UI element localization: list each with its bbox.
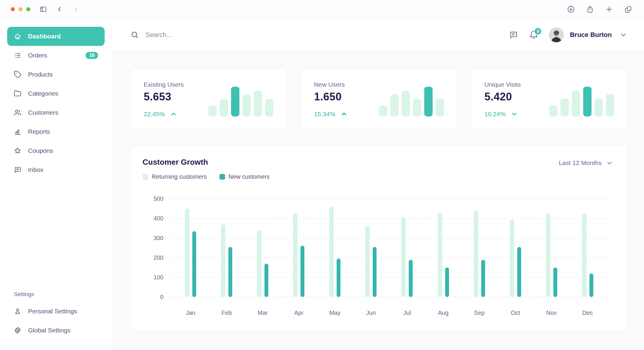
users-icon: [14, 109, 21, 116]
x-axis-label: Mar: [258, 309, 268, 316]
mini-bar: [242, 94, 251, 116]
sidebar-item-label: Dashboard: [28, 33, 61, 40]
sidebar-toggle-icon[interactable]: [38, 4, 48, 14]
notification-count-badge: 5: [534, 27, 542, 35]
x-axis-label: Feb: [222, 309, 232, 316]
legend-swatch-new: [219, 174, 225, 180]
notifications-bell-icon[interactable]: 5: [529, 30, 539, 40]
minimize-window-button[interactable]: [18, 7, 23, 11]
sidebar-item-label: Products: [28, 71, 53, 78]
user-menu-chevron-down-icon[interactable]: [620, 31, 627, 39]
chart-legend: Returning customers New customers: [143, 173, 613, 180]
stat-change: 22.45%: [144, 110, 184, 118]
bar-returning-customers: [582, 213, 586, 297]
stat-value: 5.653: [144, 91, 184, 103]
mini-bar-chart: [379, 87, 444, 116]
bar-returning-customers: [365, 226, 370, 297]
sidebar-item-inbox[interactable]: Inbox: [7, 160, 105, 179]
bar-returning-customers: [546, 213, 550, 297]
sidebar-item-label: Global Settings: [28, 327, 70, 334]
x-axis-label: May: [329, 309, 340, 316]
bar-new-customers: [589, 273, 593, 297]
period-selector-dropdown[interactable]: Last 12 Months: [559, 159, 613, 167]
settings-section: Settings Personal Settings Global Settin…: [7, 291, 105, 340]
sidebar-item-personal-settings[interactable]: Personal Settings: [7, 302, 105, 321]
message-icon: [14, 166, 21, 174]
bar-chart-icon: [14, 128, 21, 136]
bar-returning-customers: [438, 212, 442, 297]
share-icon[interactable]: [585, 4, 595, 14]
bar-new-customers: [228, 247, 232, 297]
month-group-jun: Jun: [365, 226, 377, 297]
mini-bar: [436, 99, 444, 116]
x-axis-label: Sep: [474, 309, 485, 316]
sidebar-item-reports[interactable]: Reports: [7, 122, 105, 141]
bar-new-customers: [337, 259, 340, 297]
bar-returning-customers: [474, 211, 478, 297]
stat-card-existing-users: Existing Users 5.653 22.45%: [130, 68, 287, 130]
avatar[interactable]: [549, 27, 564, 42]
trend-up-icon: [340, 110, 348, 118]
dashboard-content: Existing Users 5.653 22.45% New Users 1.…: [112, 51, 644, 350]
sidebar-item-label: Customers: [28, 109, 58, 116]
month-group-may: May: [329, 206, 340, 297]
forward-icon[interactable]: [71, 4, 80, 14]
sidebar-item-global-settings[interactable]: Global Settings: [7, 321, 105, 340]
messages-icon[interactable]: [508, 30, 518, 40]
close-window-button[interactable]: [11, 7, 15, 11]
months-row: JanFebMarAprMayJunJulAugSepOctNovDec: [185, 199, 593, 297]
month-group-nov: Nov: [546, 213, 557, 297]
sidebar-item-products[interactable]: Products: [7, 65, 105, 84]
mini-bar-chart: [208, 87, 273, 116]
stat-label: Unique Visits: [484, 81, 521, 88]
mini-bar: [220, 99, 228, 116]
chevron-down-icon: [606, 159, 613, 167]
back-icon[interactable]: [55, 4, 64, 14]
sidebar-item-orders[interactable]: Orders 16: [7, 46, 105, 65]
search-input[interactable]: [145, 31, 336, 39]
stat-change: 15.34%: [314, 110, 348, 118]
y-axis-tick-label: 200: [154, 254, 163, 261]
bar-new-customers: [409, 260, 413, 297]
bar-new-customers: [373, 247, 377, 297]
stat-card-unique-visits: Unique Visits 5.420 10.24%: [471, 68, 628, 130]
bar-new-customers: [517, 247, 521, 297]
tag-icon: [14, 71, 21, 78]
tab-overview-icon[interactable]: [623, 4, 633, 14]
y-axis-tick-label: 0: [160, 294, 163, 301]
sidebar-item-label: Inbox: [28, 166, 43, 173]
x-axis-label: Jun: [366, 309, 376, 316]
mini-bar: [561, 99, 569, 116]
bar-returning-customers: [257, 230, 261, 297]
month-group-jul: Jul: [401, 217, 413, 297]
month-group-mar: Mar: [257, 230, 268, 297]
sidebar-item-label: Coupons: [28, 147, 53, 154]
download-icon[interactable]: [566, 4, 576, 14]
month-group-dec: Dec: [582, 213, 593, 297]
bar-new-customers: [264, 264, 268, 297]
month-group-oct: Oct: [510, 219, 521, 297]
stat-cards-row: Existing Users 5.653 22.45% New Users 1.…: [130, 68, 628, 130]
bar-returning-customers: [185, 209, 189, 297]
sidebar-item-customers[interactable]: Customers: [7, 103, 105, 122]
mini-bar-chart: [549, 87, 614, 116]
bar-new-customers: [192, 231, 196, 297]
bar-returning-customers: [329, 206, 334, 297]
x-axis-label: Jan: [186, 309, 195, 316]
maximize-window-button[interactable]: [26, 7, 30, 11]
y-axis-tick-label: 100: [154, 274, 163, 281]
mini-bar: [413, 99, 421, 116]
sidebar-item-coupons[interactable]: Coupons: [7, 141, 105, 160]
y-axis-tick-label: 300: [154, 235, 163, 242]
trend-up-icon: [170, 110, 177, 118]
month-group-apr: Apr: [293, 213, 304, 297]
mini-bar: [572, 91, 580, 116]
sidebar-item-categories[interactable]: Categories: [7, 84, 105, 103]
sidebar-item-dashboard[interactable]: Dashboard: [7, 27, 105, 46]
new-tab-icon[interactable]: [604, 4, 614, 14]
mini-bar: [265, 99, 273, 116]
mini-bar: [208, 105, 217, 116]
customer-growth-card: Customer Growth Last 12 Months Returning…: [130, 145, 628, 332]
user-menu[interactable]: Bruce Burton: [549, 27, 627, 42]
x-axis-label: Aug: [438, 309, 449, 316]
